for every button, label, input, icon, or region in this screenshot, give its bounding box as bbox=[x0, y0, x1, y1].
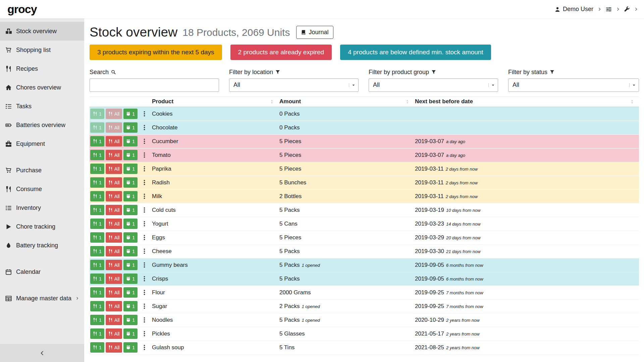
sidebar-item-chores-overview[interactable]: Chores overview bbox=[0, 78, 84, 97]
consume-all-button[interactable]: All bbox=[106, 177, 122, 188]
product-group-filter-select[interactable]: All bbox=[369, 78, 498, 92]
sidebar-item-equipment[interactable]: Equipment bbox=[0, 134, 84, 153]
open-one-button[interactable]: 1 bbox=[123, 191, 138, 201]
table-row[interactable]: 1All1Sugar2 Packs1 opened2019-09-257 mon… bbox=[90, 300, 639, 313]
settings-menu[interactable] bbox=[606, 6, 612, 12]
consume-one-button[interactable]: 1 bbox=[90, 205, 104, 215]
consume-all-button[interactable]: All bbox=[106, 109, 122, 119]
table-row[interactable]: 1All1Cucumber5 Pieces2019-03-07a day ago bbox=[90, 135, 639, 148]
row-menu-button[interactable] bbox=[141, 317, 148, 323]
column-header-product[interactable]: Product bbox=[151, 98, 279, 105]
consume-all-button[interactable]: All bbox=[106, 164, 122, 174]
open-one-button[interactable]: 1 bbox=[123, 122, 138, 133]
consume-all-button[interactable]: All bbox=[106, 232, 122, 243]
consume-one-button[interactable]: 1 bbox=[90, 246, 104, 256]
row-menu-button[interactable] bbox=[141, 111, 148, 117]
table-row[interactable]: 1All1Cookies0 Packs bbox=[90, 107, 639, 121]
consume-all-button[interactable]: All bbox=[106, 219, 122, 229]
consume-one-button[interactable]: 1 bbox=[90, 232, 104, 243]
open-one-button[interactable]: 1 bbox=[123, 232, 138, 243]
consume-one-button[interactable]: 1 bbox=[90, 328, 104, 339]
location-filter-select[interactable]: All bbox=[229, 78, 359, 92]
consume-one-button[interactable]: 1 bbox=[90, 219, 104, 229]
row-menu-button[interactable] bbox=[141, 330, 148, 337]
sidebar-item-battery-tracking[interactable]: Battery tracking bbox=[0, 236, 84, 255]
status-banner-warning[interactable]: 3 products expiring within the next 5 da… bbox=[90, 45, 222, 60]
user-menu[interactable]: Demo User bbox=[555, 6, 593, 13]
row-menu-button[interactable] bbox=[141, 303, 148, 309]
consume-all-button[interactable]: All bbox=[106, 150, 122, 160]
app-logo[interactable]: grocy bbox=[7, 3, 37, 16]
consume-all-button[interactable]: All bbox=[106, 287, 122, 298]
consume-all-button[interactable]: All bbox=[106, 191, 122, 201]
open-one-button[interactable]: 1 bbox=[123, 274, 138, 284]
sidebar-item-tasks[interactable]: Tasks bbox=[0, 97, 84, 116]
consume-all-button[interactable]: All bbox=[106, 274, 122, 284]
column-header-amount[interactable]: Amount bbox=[279, 98, 414, 105]
consume-one-button[interactable]: 1 bbox=[90, 109, 104, 119]
open-one-button[interactable]: 1 bbox=[123, 315, 138, 325]
consume-all-button[interactable]: All bbox=[106, 328, 122, 339]
open-one-button[interactable]: 1 bbox=[123, 301, 138, 311]
sidebar-item-batteries-overview[interactable]: Batteries overview bbox=[0, 116, 84, 134]
consume-all-button[interactable]: All bbox=[106, 246, 122, 256]
open-one-button[interactable]: 1 bbox=[123, 205, 138, 215]
table-row[interactable]: 1All1Radish5 Bunches2019-03-112 days fro… bbox=[90, 176, 639, 190]
table-row[interactable]: 1All1Cold cuts5 Packs2019-03-1910 days f… bbox=[90, 203, 639, 217]
open-one-button[interactable]: 1 bbox=[123, 164, 138, 174]
table-row[interactable]: 1All1Chocolate0 Packs bbox=[90, 121, 639, 135]
consume-all-button[interactable]: All bbox=[106, 315, 122, 325]
sidebar-item-consume[interactable]: Consume bbox=[0, 180, 84, 198]
status-banner-info[interactable]: 4 products are below defined min. stock … bbox=[340, 45, 491, 60]
sidebar-item-calendar[interactable]: Calendar bbox=[0, 262, 84, 281]
row-menu-button[interactable] bbox=[141, 166, 148, 172]
consume-all-button[interactable]: All bbox=[106, 301, 122, 311]
row-menu-button[interactable] bbox=[141, 193, 148, 199]
table-row[interactable]: 1All1Paprika5 Pieces2019-03-112 days fro… bbox=[90, 162, 639, 176]
open-one-button[interactable]: 1 bbox=[123, 260, 138, 270]
row-menu-button[interactable] bbox=[141, 289, 148, 296]
consume-all-button[interactable]: All bbox=[106, 205, 122, 215]
consume-one-button[interactable]: 1 bbox=[90, 122, 104, 133]
open-one-button[interactable]: 1 bbox=[123, 136, 138, 146]
consume-all-button[interactable]: All bbox=[106, 260, 122, 270]
open-one-button[interactable]: 1 bbox=[123, 109, 138, 119]
open-one-button[interactable]: 1 bbox=[123, 150, 138, 160]
consume-one-button[interactable]: 1 bbox=[90, 315, 104, 325]
search-input[interactable] bbox=[90, 78, 219, 92]
table-row[interactable]: 1All1Gummy bears5 Packs1 opened2019-09-0… bbox=[90, 258, 639, 272]
table-row[interactable]: 1All1Milk2 Bottles2019-03-112 days from … bbox=[90, 190, 639, 203]
consume-all-button[interactable]: All bbox=[106, 122, 122, 133]
table-row[interactable]: 1All1Pickles5 Glasses2021-05-172 years f… bbox=[90, 327, 639, 341]
row-menu-button[interactable] bbox=[141, 221, 148, 227]
consume-all-button[interactable]: All bbox=[106, 342, 122, 353]
table-row[interactable]: 1All1Eggs5 Pieces2019-03-2920 days from … bbox=[90, 231, 639, 245]
consume-one-button[interactable]: 1 bbox=[90, 301, 104, 311]
consume-one-button[interactable]: 1 bbox=[90, 274, 104, 284]
row-menu-button[interactable] bbox=[141, 152, 148, 158]
sidebar-item-shopping-list[interactable]: Shopping list bbox=[0, 41, 84, 59]
row-menu-button[interactable] bbox=[141, 124, 148, 131]
sidebar-item-stock-overview[interactable]: Stock overview bbox=[0, 22, 84, 41]
row-menu-button[interactable] bbox=[141, 234, 148, 241]
consume-all-button[interactable]: All bbox=[106, 136, 122, 146]
row-menu-button[interactable] bbox=[141, 248, 148, 254]
table-row[interactable]: 1All1Flour2000 Grams2019-09-257 months f… bbox=[90, 286, 639, 300]
row-menu-button[interactable] bbox=[141, 207, 148, 213]
sidebar-collapse-button[interactable] bbox=[0, 344, 84, 362]
sidebar-item-purchase[interactable]: Purchase bbox=[0, 161, 84, 180]
open-one-button[interactable]: 1 bbox=[123, 246, 138, 256]
consume-one-button[interactable]: 1 bbox=[90, 287, 104, 298]
open-one-button[interactable]: 1 bbox=[123, 328, 138, 339]
consume-one-button[interactable]: 1 bbox=[90, 136, 104, 146]
status-banner-danger[interactable]: 2 products are already expired bbox=[230, 45, 332, 60]
consume-one-button[interactable]: 1 bbox=[90, 342, 104, 353]
sidebar-item-recipes[interactable]: Recipes bbox=[0, 59, 84, 78]
admin-menu[interactable] bbox=[624, 6, 630, 12]
status-filter-select[interactable]: All bbox=[508, 78, 639, 92]
sidebar-item-manage-master-data[interactable]: Manage master data bbox=[0, 289, 84, 308]
consume-one-button[interactable]: 1 bbox=[90, 177, 104, 188]
consume-one-button[interactable]: 1 bbox=[90, 260, 104, 270]
table-row[interactable]: 1All1Gulash soup5 Tins2021-08-252 years … bbox=[90, 341, 639, 355]
row-menu-button[interactable] bbox=[141, 138, 148, 144]
